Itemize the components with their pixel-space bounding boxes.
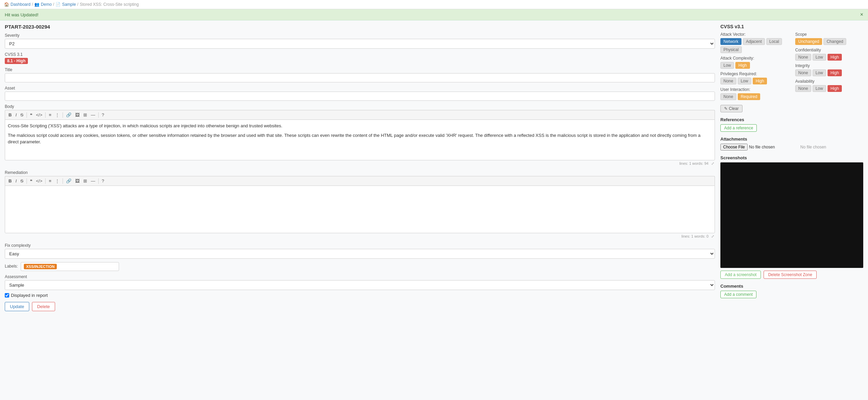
strikethrough-button[interactable]: S	[19, 112, 25, 118]
i-high-btn[interactable]: High	[828, 69, 842, 76]
cvss-badge: 8.1 - High	[5, 58, 28, 64]
clear-cvss-button[interactable]: ✎ Clear	[720, 105, 742, 112]
rem-image-button[interactable]: 🖼	[74, 178, 81, 184]
quote-button[interactable]: ❝	[29, 112, 34, 118]
ac-low-btn[interactable]: Low	[720, 62, 734, 69]
close-banner-button[interactable]: ×	[860, 12, 863, 17]
title-input[interactable]: Stored XSS: Cross-Site Scripting	[5, 73, 715, 82]
add-reference-button[interactable]: Add a reference	[720, 124, 757, 132]
fix-complexity-label: Fix complexity	[5, 243, 715, 248]
av-adjacent-btn[interactable]: Adjacent	[743, 38, 765, 45]
scope-changed-btn[interactable]: Changed	[823, 38, 846, 45]
displayed-row: Displayed in report	[5, 293, 715, 298]
pr-none-btn[interactable]: None	[720, 78, 736, 84]
availability-label: Availability	[795, 79, 863, 84]
label-tag-xss: XSS/INJECTION	[24, 264, 57, 269]
rem-link-button[interactable]: 🔗	[65, 178, 73, 184]
delete-screenshot-button[interactable]: Delete Screenshot Zone	[764, 271, 816, 279]
a-high-btn[interactable]: High	[828, 85, 842, 92]
update-button[interactable]: Update	[5, 302, 29, 311]
ui-required-btn[interactable]: Required	[738, 93, 761, 100]
labels-text-input[interactable]	[59, 264, 116, 269]
av-network-btn[interactable]: Network	[720, 38, 741, 45]
scope-unchanged-btn[interactable]: Unchanged	[795, 38, 822, 45]
rem-strikethrough-button[interactable]: S	[19, 178, 25, 184]
ac-high-btn[interactable]: High	[735, 62, 750, 69]
no-file-label: No file chosen	[800, 145, 826, 149]
body-footer: lines: 1 words: 94 ⤢	[5, 160, 715, 167]
remediation-expand-icon[interactable]: ⤢	[711, 234, 714, 239]
remediation-toolbar: B I S ❝ </> ≡ ⋮ 🔗 🖼 ⊞ — ?	[5, 176, 715, 186]
rem-quote-button[interactable]: ❝	[29, 178, 34, 184]
remediation-word-count: lines: 1 words: 0	[682, 234, 708, 239]
help-button[interactable]: ?	[100, 112, 105, 118]
breadcrumb-current: Stored XSS: Cross-Site scripting	[80, 2, 138, 7]
breadcrumb-sample[interactable]: Sample	[62, 2, 76, 7]
pr-low-btn[interactable]: Low	[738, 78, 751, 84]
table-button[interactable]: ⊞	[82, 112, 88, 118]
attack-complexity-label: Attack Complexity:	[720, 56, 788, 61]
i-low-btn[interactable]: Low	[813, 69, 826, 76]
ol-button[interactable]: ⋮	[54, 112, 61, 118]
add-comment-button[interactable]: Add a comment	[720, 291, 756, 298]
i-none-btn[interactable]: None	[795, 69, 811, 76]
success-message: Hit was Updated!	[5, 12, 38, 17]
c-high-btn[interactable]: High	[828, 54, 842, 61]
cvss-two-col: Attack Vector: Network Adjacent Local Ph…	[720, 32, 863, 103]
a-none-btn[interactable]: None	[795, 85, 811, 92]
scope-row: Scope Unchanged Changed	[795, 32, 863, 45]
av-physical-btn[interactable]: Physical	[720, 46, 742, 53]
hr-button[interactable]: —	[89, 112, 97, 118]
breadcrumb-sep2: /	[53, 2, 54, 7]
asset-input[interactable]: http://mysite.com?s=<payload>	[5, 92, 715, 101]
privileges-required-row: Privileges Required: None Low High	[720, 71, 788, 84]
delete-button[interactable]: Delete	[32, 302, 55, 311]
scope-btns: Unchanged Changed	[795, 38, 863, 45]
severity-select[interactable]: P2 P1 P3 P4 P5	[5, 39, 715, 49]
rem-table-button[interactable]: ⊞	[82, 178, 88, 184]
rem-ul-button[interactable]: ≡	[47, 178, 53, 184]
remediation-footer: lines: 1 words: 0 ⤢	[5, 233, 715, 240]
toolbar-sep4	[98, 112, 99, 118]
toolbar-sep3	[63, 112, 63, 118]
rem-toolbar-sep2	[45, 178, 46, 184]
breadcrumb-dashboard[interactable]: Dashboard	[11, 2, 31, 7]
italic-button[interactable]: I	[14, 112, 18, 118]
confidentiality-btns: None Low High	[795, 54, 863, 61]
labels-input-area[interactable]: XSS/INJECTION	[21, 262, 119, 271]
code-button[interactable]: </>	[35, 112, 44, 118]
attack-complexity-row: Attack Complexity: Low High	[720, 56, 788, 69]
remediation-editor[interactable]	[5, 186, 715, 233]
c-low-btn[interactable]: Low	[813, 54, 826, 61]
attack-vector-row: Attack Vector: Network Adjacent Local Ph…	[720, 32, 788, 53]
integrity-row: Integrity None Low High	[795, 63, 863, 76]
breadcrumb-demo[interactable]: Demo	[41, 2, 52, 7]
asset-label: Asset	[5, 86, 715, 91]
body-editor[interactable]: Cross-Site Scripting ('XSS') attacks are…	[5, 119, 715, 160]
pr-high-btn[interactable]: High	[753, 78, 767, 84]
c-none-btn[interactable]: None	[795, 54, 811, 61]
body-expand-icon[interactable]: ⤢	[711, 161, 714, 166]
image-button[interactable]: 🖼	[74, 112, 81, 118]
fix-complexity-select[interactable]: Easy Medium Hard	[5, 249, 715, 259]
rem-code-button[interactable]: </>	[35, 178, 44, 184]
rem-bold-button[interactable]: B	[7, 178, 13, 184]
privileges-required-label: Privileges Required:	[720, 71, 788, 76]
a-low-btn[interactable]: Low	[813, 85, 826, 92]
assessment-select[interactable]: Sample	[5, 280, 715, 290]
add-screenshot-button[interactable]: Add a screenshot	[720, 271, 761, 279]
displayed-checkbox[interactable]	[5, 293, 9, 298]
rem-italic-button[interactable]: I	[14, 178, 18, 184]
file-input[interactable]	[720, 144, 798, 150]
ul-button[interactable]: ≡	[47, 112, 53, 118]
rem-ol-button[interactable]: ⋮	[54, 178, 61, 184]
link-button[interactable]: 🔗	[65, 112, 73, 118]
toolbar-sep1	[27, 112, 27, 118]
rem-hr-button[interactable]: —	[89, 178, 97, 184]
av-local-btn[interactable]: Local	[766, 38, 782, 45]
ui-none-btn[interactable]: None	[720, 93, 736, 100]
attack-vector-label: Attack Vector:	[720, 32, 788, 37]
bold-button[interactable]: B	[7, 112, 13, 118]
rem-help-button[interactable]: ?	[100, 178, 105, 184]
displayed-label[interactable]: Displayed in report	[11, 293, 48, 298]
